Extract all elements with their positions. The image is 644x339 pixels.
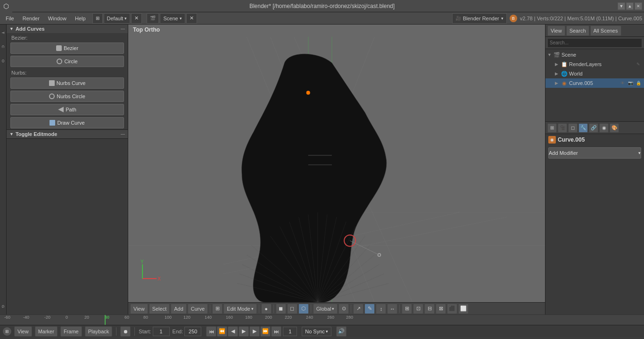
toggle-editmode-header[interactable]: ▼ Toggle Editmode —	[7, 130, 128, 138]
camera-3[interactable]: ⊟	[424, 304, 435, 314]
props-material-btn[interactable]: 🎨	[610, 123, 619, 133]
scene-name[interactable]: Scene ▾	[160, 13, 185, 24]
renderlayers-item[interactable]: ▶ 📋 RenderLayers ✎	[545, 59, 644, 69]
circle-button[interactable]: Circle	[10, 56, 124, 67]
props-constraint-btn[interactable]: 🔗	[589, 123, 598, 133]
render-menu[interactable]: Render	[19, 13, 43, 24]
shading-1[interactable]: ◼	[276, 304, 286, 314]
sync-dropdown-icon: ▾	[326, 329, 328, 334]
mode-selector[interactable]: Edit Mode ▾	[223, 304, 257, 314]
scene-close[interactable]: ✕	[186, 13, 197, 24]
search-outliner-menu[interactable]: Search	[566, 25, 589, 36]
tick-240: 240	[306, 315, 313, 320]
window-controls[interactable]: ▼ ▲ ✕	[618, 2, 644, 10]
select-menu[interactable]: Select	[149, 304, 170, 314]
props-scene-btn[interactable]: ⊞	[547, 123, 557, 133]
draw-curve-button[interactable]: Draw Curve	[10, 117, 124, 128]
create-icon[interactable]: C	[0, 40, 7, 54]
bezier-button[interactable]: Bezier	[10, 42, 124, 54]
workspace-name[interactable]: Default ▾	[104, 13, 131, 24]
view-menu[interactable]: View	[130, 304, 148, 314]
add-curves-header[interactable]: ▼ Add Curves —	[7, 25, 128, 33]
prev-keyframe-button[interactable]: ◀	[228, 326, 238, 337]
playback-icon[interactable]: ⏺	[120, 326, 131, 337]
add-modifier-button[interactable]: Add Modifier ▾	[548, 147, 641, 159]
play-button[interactable]: ▶	[239, 326, 249, 337]
end-frame-input[interactable]: 250	[184, 327, 201, 336]
jump-end-button[interactable]: ⏭	[271, 326, 281, 337]
maximize-button[interactable]: ▲	[626, 2, 634, 10]
scene-item[interactable]: ▼ 🎬 Scene	[545, 50, 644, 59]
outliner-search-input[interactable]	[547, 38, 642, 48]
shading-2[interactable]: ◻	[287, 304, 297, 314]
camera-6[interactable]: ⬜	[458, 304, 469, 314]
global-selector[interactable]: Global ▾	[313, 304, 338, 314]
collapse-icon[interactable]: —	[121, 26, 125, 31]
grease-pencil-icon[interactable]: G	[0, 299, 7, 314]
current-frame-input[interactable]: 1	[283, 327, 297, 336]
frame-menu[interactable]: Frame	[60, 326, 82, 337]
viewport-icon[interactable]: ⊞	[212, 304, 223, 314]
minimize-button[interactable]: ▼	[618, 2, 625, 10]
help-menu[interactable]: Help	[71, 13, 90, 24]
tools-icon[interactable]: T	[0, 25, 7, 40]
tool-1[interactable]: ↗	[353, 304, 363, 314]
tick-20: 20	[84, 315, 89, 320]
start-frame-input[interactable]: 1	[153, 327, 170, 336]
start-label: Start:	[139, 329, 151, 334]
curve005-vis-icon[interactable]: 👁	[619, 79, 626, 87]
toggle-collapse-icon[interactable]: —	[121, 132, 125, 136]
bezier-row: Bezier	[7, 42, 128, 55]
next-frame-button[interactable]: ⏩	[260, 326, 271, 337]
props-data-btn[interactable]: ◉	[599, 123, 609, 133]
jump-start-button[interactable]: ⏮	[206, 326, 216, 337]
sync-selector[interactable]: No Sync ▾	[302, 327, 331, 336]
file-menu[interactable]: File	[2, 13, 18, 24]
workspace-type-selector[interactable]: ⊞	[92, 13, 103, 24]
prev-frame-button[interactable]: ⏪	[217, 326, 227, 337]
playback-menu[interactable]: Playback	[85, 326, 113, 337]
properties-title: Curve.005	[558, 136, 585, 143]
curve-menu[interactable]: Curve	[188, 304, 208, 314]
nurbs-curve-button[interactable]: Nurbs Curve	[10, 77, 124, 89]
props-render-btn[interactable]: 🎥	[558, 123, 567, 133]
props-modifier-btn[interactable]: 🔧	[578, 123, 588, 133]
status-icon[interactable]: ⊞	[3, 327, 11, 336]
next-keyframe-button[interactable]: ▶	[249, 326, 260, 337]
scene-name: Scene	[561, 52, 641, 58]
props-obj-btn[interactable]: ◻	[568, 123, 578, 133]
render-engine-dropdown[interactable]: 🎥 Blender Render ▾	[452, 13, 507, 24]
nurbs-circle-button[interactable]: Nurbs Circle	[10, 91, 124, 102]
world-item[interactable]: ▶ 🌐 World	[545, 69, 644, 78]
tool-3[interactable]: ↕	[376, 304, 386, 314]
renderlayers-edit-icon[interactable]: ✎	[635, 60, 642, 68]
snap-button[interactable]: ⊙	[339, 304, 349, 314]
view-outliner-menu[interactable]: View	[547, 25, 565, 36]
window-menu[interactable]: Window	[44, 13, 70, 24]
curve005-item[interactable]: ▶ ◉ Curve.005 👁 📷 🔒	[545, 78, 644, 88]
viewport[interactable]: Top Ortho	[128, 25, 545, 314]
pivot-button[interactable]: ●	[261, 304, 272, 314]
tool-4[interactable]: ↔	[387, 304, 397, 314]
path-button[interactable]: Path	[10, 104, 124, 115]
view-timeline-menu[interactable]: View	[14, 326, 32, 337]
workspace-close[interactable]: ✕	[131, 13, 142, 24]
tool-2[interactable]: ✎	[364, 304, 375, 314]
camera-5[interactable]: ⬛	[447, 304, 457, 314]
audio-button[interactable]: 🔊	[336, 326, 347, 337]
close-button[interactable]: ✕	[635, 2, 642, 10]
scene-svg: X Y	[128, 25, 545, 314]
marker-menu[interactable]: Marker	[35, 326, 58, 337]
tick-80: 80	[143, 315, 148, 320]
scene-type-selector[interactable]: 🎬	[147, 13, 159, 24]
all-scenes-btn[interactable]: All Scenes	[590, 25, 621, 36]
camera-2[interactable]: ⊡	[413, 304, 423, 314]
options-icon[interactable]: O	[0, 54, 7, 68]
circle-row: Circle	[7, 55, 128, 68]
curve005-render-icon[interactable]: 📷	[627, 79, 634, 87]
camera-4[interactable]: ⊠	[436, 304, 446, 314]
shading-3[interactable]: ⬡	[298, 304, 309, 314]
add-menu[interactable]: Add	[171, 304, 187, 314]
curve005-lock-icon[interactable]: 🔒	[635, 79, 642, 87]
camera-1[interactable]: ⊞	[402, 304, 412, 314]
